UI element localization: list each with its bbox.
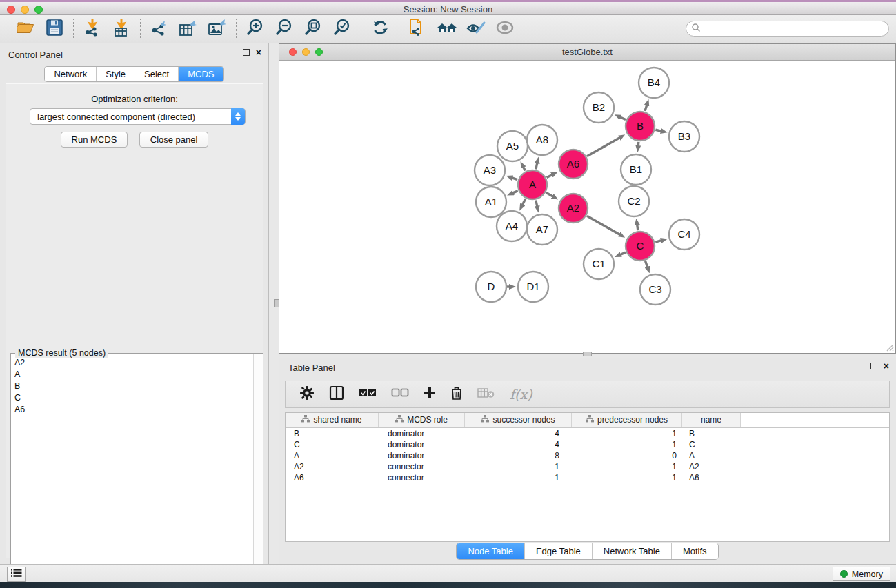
graph-edge-B-B1[interactable] xyxy=(638,142,639,146)
close-panel-button[interactable]: Close panel xyxy=(139,132,209,148)
save-session-button[interactable] xyxy=(44,19,65,39)
float-panel-icon[interactable] xyxy=(243,49,250,56)
graph-edge-C-C4[interactable] xyxy=(655,241,661,242)
table-cell[interactable]: 4 xyxy=(465,428,572,439)
tab-node-table[interactable]: Node Table xyxy=(457,543,524,559)
hide-details-button[interactable] xyxy=(466,19,486,39)
graph-node-A4[interactable]: A4 xyxy=(497,211,527,241)
tab-motifs[interactable]: Motifs xyxy=(671,543,718,559)
graph-node-B3[interactable]: B3 xyxy=(669,121,699,152)
network-canvas-svg[interactable]: B4B2BB3A8A5A6A3B1AA1C2A2A4A7C4CC1C3DD1 xyxy=(279,61,895,353)
table-cell[interactable]: dominator xyxy=(379,428,465,439)
run-mcds-button[interactable]: Run MCDS xyxy=(61,132,128,148)
table-cell[interactable]: 8 xyxy=(465,450,572,461)
graph-node-A1[interactable]: A1 xyxy=(476,187,506,217)
graph-node-B[interactable]: B xyxy=(626,112,655,141)
graph-node-C2[interactable]: C2 xyxy=(619,186,649,216)
column-header-shared-name[interactable]: shared name xyxy=(286,413,379,427)
table-row[interactable]: A2connector11A2 xyxy=(286,461,889,472)
graph-edge-A-A6[interactable] xyxy=(547,174,552,177)
close-panel-icon[interactable]: × xyxy=(256,49,261,56)
network-window-titlebar[interactable]: testGlobe.txt xyxy=(279,44,895,61)
result-item[interactable]: A2 xyxy=(11,356,253,368)
table-row[interactable]: A6connector11A6 xyxy=(286,472,889,483)
graph-node-A3[interactable]: A3 xyxy=(475,155,505,185)
import-network-button[interactable] xyxy=(82,19,103,39)
add-column-button[interactable] xyxy=(424,385,436,404)
tab-network[interactable]: Network xyxy=(45,67,96,81)
table-row[interactable]: Adominator80A xyxy=(286,450,889,461)
graph-edge-B-B4[interactable] xyxy=(645,105,647,111)
zoom-selected-button[interactable] xyxy=(332,19,352,39)
graph-edge-C-C3[interactable] xyxy=(646,261,648,267)
graph-node-A2[interactable]: A2 xyxy=(559,194,588,223)
close-table-panel-icon[interactable]: × xyxy=(884,363,889,369)
graph-node-A5[interactable]: A5 xyxy=(497,131,528,161)
open-session-button[interactable] xyxy=(15,19,36,39)
import-table-button[interactable] xyxy=(111,19,132,39)
show-panels-button[interactable] xyxy=(7,567,26,582)
table-cell[interactable]: B xyxy=(682,428,741,439)
graph-edge-A-A8[interactable] xyxy=(536,163,537,169)
table-cell[interactable]: A2 xyxy=(286,461,379,472)
graph-node-B4[interactable]: B4 xyxy=(639,68,669,98)
column-settings-button[interactable] xyxy=(299,385,315,404)
graph-node-C3[interactable]: C3 xyxy=(640,274,670,305)
graph-node-C1[interactable]: C1 xyxy=(584,249,614,279)
graph-node-D1[interactable]: D1 xyxy=(518,272,548,302)
graph-edge-C-C1[interactable] xyxy=(620,252,626,254)
graph-edge-A6-B[interactable] xyxy=(587,138,619,156)
zoom-in-button[interactable] xyxy=(245,19,266,39)
search-field[interactable] xyxy=(686,21,889,37)
graph-edge-C-C2[interactable] xyxy=(637,225,638,231)
tab-edge-table[interactable]: Edge Table xyxy=(524,543,592,559)
table-cell[interactable]: C xyxy=(682,439,741,450)
export-table-button[interactable] xyxy=(178,19,199,39)
result-item[interactable]: C xyxy=(11,392,253,403)
table-cell[interactable]: C xyxy=(286,439,379,450)
table-cell[interactable]: dominator xyxy=(379,439,465,450)
table-cell[interactable]: 1 xyxy=(465,472,572,483)
tab-network-table[interactable]: Network Table xyxy=(592,543,671,559)
graph-edge-B-B2[interactable] xyxy=(620,117,626,120)
table-cell[interactable]: 1 xyxy=(572,461,682,472)
copy-style-button[interactable] xyxy=(408,19,428,39)
graph-edge-A-A5[interactable] xyxy=(524,167,526,170)
zoom-fit-button[interactable] xyxy=(303,19,323,39)
table-row[interactable]: Cdominator41C xyxy=(286,439,889,450)
refresh-button[interactable] xyxy=(370,19,390,39)
float-table-panel-icon[interactable] xyxy=(870,363,877,369)
table-cell[interactable]: 4 xyxy=(465,439,572,450)
graph-node-A6[interactable]: A6 xyxy=(559,150,588,179)
splitter-handle-bottom[interactable] xyxy=(583,352,592,356)
deselect-all-button[interactable] xyxy=(391,385,409,404)
column-header-name[interactable]: name xyxy=(682,413,741,427)
graph-edge-A-A7[interactable] xyxy=(536,200,537,206)
result-scrollbar[interactable] xyxy=(253,354,263,588)
tab-select[interactable]: Select xyxy=(135,67,178,81)
column-header-predecessor-nodes[interactable]: predecessor nodes xyxy=(572,413,682,427)
graph-edge-A2-C[interactable] xyxy=(587,216,619,234)
table-cell[interactable]: dominator xyxy=(379,450,465,461)
result-item[interactable]: A6 xyxy=(11,403,253,415)
graph-node-B2[interactable]: B2 xyxy=(584,92,614,123)
zoom-out-button[interactable] xyxy=(274,19,295,39)
graph-node-A7[interactable]: A7 xyxy=(527,214,557,245)
pane-mode-button[interactable] xyxy=(329,385,344,404)
table-cell[interactable]: A2 xyxy=(682,461,741,472)
memory-button[interactable]: Memory xyxy=(833,567,890,581)
splitter-handle-left[interactable] xyxy=(274,299,279,307)
graph-edge-B-B3[interactable] xyxy=(655,130,661,131)
select-all-button[interactable] xyxy=(359,385,377,404)
graph-node-A8[interactable]: A8 xyxy=(527,125,557,155)
first-neighbors-button[interactable] xyxy=(437,19,457,39)
result-item[interactable]: B xyxy=(11,380,253,392)
graph-edge-A-A4[interactable] xyxy=(522,199,526,205)
export-image-button[interactable] xyxy=(207,19,228,39)
table-cell[interactable]: A xyxy=(286,450,379,461)
table-cell[interactable]: 0 xyxy=(572,450,682,461)
delete-column-button[interactable] xyxy=(450,385,463,404)
table-cell[interactable]: 1 xyxy=(572,472,682,483)
graph-node-B1[interactable]: B1 xyxy=(621,154,651,185)
column-header-MCDS-role[interactable]: MCDS role xyxy=(379,413,465,427)
